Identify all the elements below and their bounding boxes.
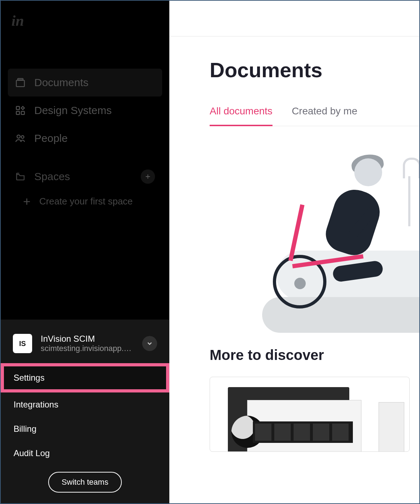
create-space-label: Create your first space <box>39 196 133 207</box>
menu-item-label: Settings <box>14 373 45 382</box>
design-systems-icon <box>15 105 26 116</box>
main-content: Documents All documents Created by me <box>170 36 419 452</box>
sidebar: in Documents Design Systems People <box>1 1 169 503</box>
main-area: Documents All documents Created by me <box>169 1 419 503</box>
team-menu-settings[interactable]: Settings <box>1 363 169 392</box>
folder-icon <box>15 171 26 182</box>
svg-rect-1 <box>16 80 25 87</box>
discover-heading: More to discover <box>210 347 419 363</box>
plus-icon <box>145 173 151 180</box>
team-name: InVision SCIM <box>41 334 134 344</box>
svg-text:in: in <box>11 13 24 29</box>
sidebar-item-label: Design Systems <box>34 104 112 117</box>
team-menu-toggle[interactable] <box>142 336 157 351</box>
team-menu-integrations[interactable]: Integrations <box>1 392 169 417</box>
switch-teams-button[interactable]: Switch teams <box>48 472 122 493</box>
top-bar <box>170 1 419 36</box>
menu-item-label: Audit Log <box>14 448 50 458</box>
invision-logo-icon: in <box>11 11 31 31</box>
brand-logo[interactable]: in <box>1 1 169 33</box>
team-menu-billing[interactable]: Billing <box>1 417 169 441</box>
svg-rect-4 <box>16 112 20 115</box>
empty-state-illustration <box>210 147 419 333</box>
sidebar-item-design-systems[interactable]: Design Systems <box>8 97 162 124</box>
sidebar-item-label: Documents <box>34 76 89 89</box>
svg-point-6 <box>17 135 20 138</box>
add-space-button[interactable] <box>141 169 155 184</box>
svg-rect-2 <box>18 79 23 80</box>
team-avatar: IS <box>13 334 32 353</box>
chevron-down-icon <box>146 340 153 347</box>
sidebar-item-label: People <box>34 132 68 144</box>
sidebar-item-people[interactable]: People <box>8 124 162 152</box>
people-icon <box>15 133 26 144</box>
switch-teams-label: Switch teams <box>62 478 109 486</box>
create-first-space[interactable]: Create your first space <box>8 184 162 207</box>
team-switcher[interactable]: IS InVision SCIM scimtesting.invisionapp… <box>1 326 169 361</box>
menu-item-label: Billing <box>14 424 36 434</box>
team-domain: scimtesting.invisionapp.c… <box>41 344 134 353</box>
spaces-section: Spaces Create your first space <box>1 152 169 207</box>
discover-card[interactable] <box>210 377 410 452</box>
documents-icon <box>15 77 26 88</box>
tab-created-by-me[interactable]: Created by me <box>292 105 358 126</box>
app-root: in Documents Design Systems People <box>0 0 420 504</box>
primary-nav: Documents Design Systems People <box>1 33 169 152</box>
team-menu-audit-log[interactable]: Audit Log <box>1 441 169 465</box>
menu-item-label: Integrations <box>14 400 58 409</box>
svg-rect-5 <box>21 112 25 115</box>
svg-rect-3 <box>16 107 20 110</box>
svg-point-7 <box>21 136 24 139</box>
plus-icon <box>22 197 31 206</box>
tab-label: Created by me <box>292 105 358 117</box>
tab-label: All documents <box>210 105 272 117</box>
document-tabs: All documents Created by me <box>210 105 419 126</box>
spaces-heading: Spaces <box>34 171 70 183</box>
page-title: Documents <box>210 58 419 82</box>
team-info: InVision SCIM scimtesting.invisionapp.c… <box>41 334 134 353</box>
tab-all-documents[interactable]: All documents <box>210 105 272 126</box>
team-menu: Settings Integrations Billing Audit Log <box>1 361 169 465</box>
team-panel: IS InVision SCIM scimtesting.invisionapp… <box>1 320 169 503</box>
sidebar-item-documents[interactable]: Documents <box>8 69 162 97</box>
